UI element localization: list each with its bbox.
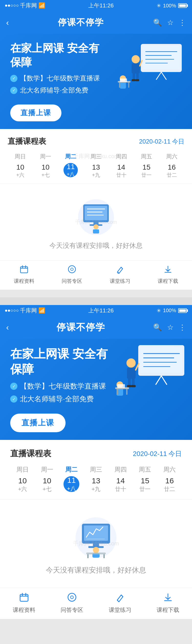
date-item-4[interactable]: 14 廿十 [109, 163, 134, 179]
battery-fill-1 [179, 4, 186, 7]
svg-rect-1 [143, 46, 180, 69]
date-item-3[interactable]: 13 +九 [83, 163, 109, 179]
dot5 [16, 5, 18, 7]
bottom-nav-1: 课程资料 问答专区 课堂练习 课程下载 [0, 260, 192, 290]
hero-item-2-1: ✓ 【数学】七年级数学直播课 [10, 381, 184, 391]
date2-item-2[interactable]: 11 +八 [59, 476, 84, 493]
dot2 [8, 5, 10, 7]
battery-percent-1: 100% [163, 3, 176, 9]
live-class-button-2[interactable]: 直播上课 [10, 414, 66, 432]
qa-label-2: 问答专区 [61, 606, 83, 614]
dot-s2-1 [5, 310, 7, 312]
wifi-icon-2: 📶 [38, 307, 45, 314]
bottom-item-qa-1[interactable]: 问答专区 [48, 265, 96, 285]
nav-title-2: 停课不停学 [57, 321, 105, 334]
date2-item-6[interactable]: 16 廿二 [157, 476, 182, 493]
chat-icon-1 [67, 265, 77, 276]
weekday-1: 周一 [33, 153, 58, 160]
search-icon-2[interactable]: 🔍 [153, 323, 162, 332]
back-button-2[interactable]: ‹ [6, 323, 9, 332]
svg-rect-63 [84, 525, 108, 541]
bottom-item-exercise-2[interactable]: 课堂练习 [96, 592, 144, 614]
bottom-item-download-2[interactable]: 课程下载 [144, 592, 192, 614]
chat-icon-2 [67, 592, 77, 605]
qa-label-1: 问答专区 [62, 278, 82, 285]
hero-title-2: 在家上网课 安全有保障 [10, 346, 118, 377]
bottom-item-download-1[interactable]: 课程下载 [144, 265, 192, 285]
svg-point-76 [68, 593, 76, 601]
date2-item-4[interactable]: 14 廿十 [108, 476, 133, 493]
svg-point-77 [71, 596, 73, 599]
star-icon-1[interactable]: ☆ [167, 18, 174, 27]
download-icon-2 [163, 592, 173, 605]
schedule-header-2: 直播课程表 2020-02-11今日 [10, 448, 182, 459]
exercise-label-2: 课堂练习 [109, 606, 131, 614]
date2-item-0[interactable]: 10 +六 [10, 476, 35, 493]
week-row-1: 周日 周一 周二 周三 周四 周五 周六 [8, 153, 184, 160]
schedule-title-2: 直播课程表 [10, 448, 51, 459]
live-class-button-1[interactable]: 直播上课 [10, 104, 61, 121]
status-time-2: 上午11:26 [88, 307, 114, 314]
bottom-item-courses-1[interactable]: 课程资料 [0, 265, 48, 285]
screen-1: 千库网 📶 上午11:26 ✳ 100% ‹ 停课不停学 🔍 ☆ ⋮ [0, 0, 192, 290]
svg-point-67 [93, 547, 99, 553]
back-button-1[interactable]: ‹ [6, 18, 9, 27]
exercise-label-1: 课堂练习 [110, 278, 130, 285]
search-icon-1[interactable]: 🔍 [153, 18, 162, 27]
status-right-2: ✳ 100% [157, 308, 187, 314]
download-label-2: 课程下载 [157, 606, 179, 614]
hero-items-2: ✓ 【数学】七年级数学直播课 ✓ 北大名师辅导·全部免费 [10, 381, 184, 407]
check-icon-1: ✓ [10, 75, 17, 82]
date2-item-5[interactable]: 15 廿一 [133, 476, 157, 493]
schedule-date-1: 2020-02-11今日 [139, 137, 184, 146]
battery-percent-2: 100% [163, 308, 176, 313]
date-item-6[interactable]: 16 廿二 [159, 163, 184, 179]
svg-point-29 [93, 224, 99, 229]
svg-rect-69 [86, 553, 106, 554]
battery-icon-1 [178, 3, 187, 8]
star-icon-2[interactable]: ☆ [167, 323, 174, 332]
date-item-1[interactable]: 10 +七 [33, 163, 58, 179]
wifi-icon: 📶 [38, 2, 45, 9]
gap [0, 297, 192, 305]
weekday2-6: 周六 [157, 465, 182, 474]
dot-s2-5 [16, 310, 18, 312]
date-item-0[interactable]: 10 +六 [8, 163, 33, 179]
svg-rect-41 [140, 347, 182, 373]
svg-line-38 [121, 267, 123, 269]
bluetooth-icon: ✳ [157, 3, 161, 9]
nav-bar-2: ‹ 停课不停学 🔍 ☆ ⋮ [0, 316, 192, 339]
nav-icons-1: 🔍 ☆ ⋮ [153, 18, 186, 27]
calendar-icon-2 [19, 592, 29, 605]
date-item-2[interactable]: 11 +八 [58, 163, 83, 179]
today-label-1: 今日 [172, 138, 184, 145]
svg-rect-71 [103, 554, 105, 558]
date2-item-1[interactable]: 10 +七 [35, 476, 59, 493]
bottom-nav-2: 课程资料 问答专区 课堂练习 课程下载 [0, 588, 192, 619]
carrier-label-2: 千库网 [20, 307, 37, 314]
bottom-item-qa-2[interactable]: 问答专区 [48, 592, 96, 614]
more-icon-2[interactable]: ⋮ [179, 323, 186, 332]
date-item-5[interactable]: 15 廿一 [134, 163, 159, 179]
svg-point-48 [126, 358, 136, 368]
dot3 [11, 5, 13, 7]
svg-rect-9 [132, 63, 140, 74]
schedule-date-2: 2020-02-11今日 [133, 449, 182, 458]
schedule-section-2: 直播课程表 2020-02-11今日 周日 周一 周二 周三 周四 周五 周六 … [0, 440, 192, 499]
empty-state-1: 今天没有课程安排哦，好好休息 千库网 588ku.com [0, 184, 192, 260]
bottom-item-courses-2[interactable]: 课程资料 [0, 592, 48, 614]
more-icon-1[interactable]: ⋮ [179, 18, 186, 27]
date2-item-3[interactable]: 13 +九 [84, 476, 108, 493]
dot-s2-3 [11, 310, 13, 312]
check-icon-2-2: ✓ [10, 395, 17, 403]
weekday2-2: 周二 [59, 465, 84, 474]
signal-dots [5, 5, 18, 7]
weekday2-0: 周日 [10, 465, 35, 474]
bottom-item-exercise-1[interactable]: 课堂练习 [96, 265, 144, 285]
active-date-circle: 11 +八 [63, 163, 78, 177]
weekday-3: 周三 [83, 153, 109, 160]
hero-section-2: 在家上网课 安全有保障 ✓ 【数学】七年级数学直播课 ✓ 北大名师辅导·全部免费… [0, 339, 192, 440]
status-left: 千库网 📶 [5, 2, 45, 9]
weekday-6: 周六 [159, 153, 184, 160]
svg-point-8 [132, 55, 140, 63]
